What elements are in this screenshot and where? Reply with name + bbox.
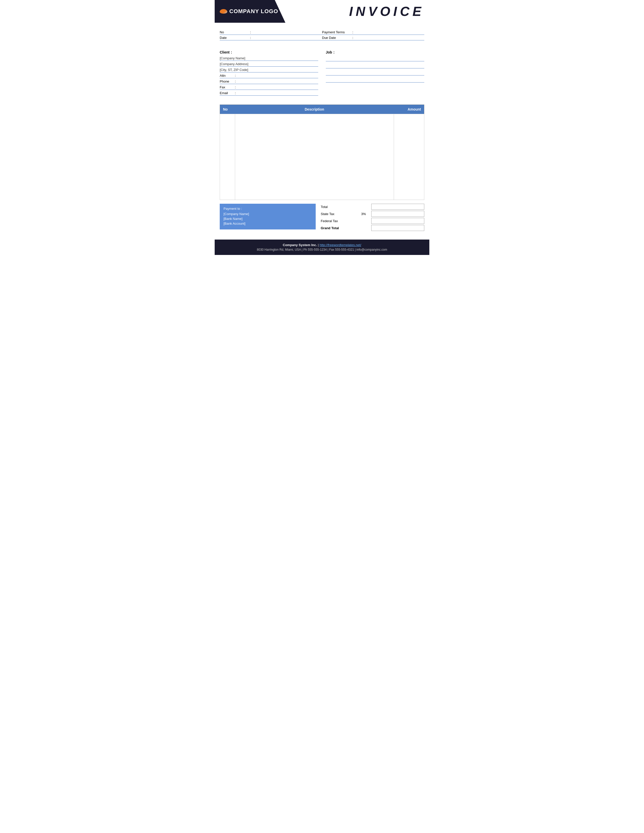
logo-icon [220, 9, 227, 14]
client-block: Client : [Company Name] [Company Address… [220, 50, 318, 97]
email-colon: : [235, 91, 236, 95]
client-label: Client : [220, 50, 318, 54]
table-cell-no[interactable] [220, 114, 235, 200]
city-state-zip-value[interactable]: [City, ST, ZIP Code] [220, 68, 318, 72]
federal-tax-row: Federal Tax [321, 218, 424, 224]
col-header-amount: Amount [394, 105, 424, 114]
federal-tax-label: Federal Tax [321, 219, 361, 223]
bottom-section: Payment to : [Company Name] [Bank Name] … [215, 204, 429, 232]
logo-block: COMPANY LOGO [215, 0, 285, 23]
invoice-title-block: INVOICE [285, 0, 429, 23]
logo-text: COMPANY LOGO [220, 8, 278, 14]
company-address-field: [Company Address] [220, 62, 318, 67]
grand-total-value-box[interactable] [371, 225, 424, 231]
payment-title: Payment to : [224, 207, 312, 211]
state-tax-pct: 3% [361, 212, 371, 216]
state-tax-row: State Tax 3% [321, 211, 424, 217]
footer-company: Company System Inc. [283, 243, 317, 247]
due-date-row: Due Date : [322, 36, 424, 40]
footer: Company System Inc. | http://freewordtem… [215, 240, 429, 255]
footer-address: 8030 Harrington Rd, Miami, USA | Ph 555-… [220, 248, 424, 251]
company-name-field: [Company Name] [220, 56, 318, 61]
footer-main: Company System Inc. | http://freewordtem… [220, 243, 424, 247]
col-header-description: Description [235, 105, 394, 114]
job-line-1[interactable] [326, 56, 424, 61]
no-row: No : [220, 30, 322, 35]
invoice-table: No Description Amount [220, 105, 424, 200]
attn-field: Attn : [220, 74, 318, 78]
table-row[interactable] [220, 114, 424, 200]
client-job-section: Client : [Company Name] [Company Address… [215, 47, 429, 101]
job-line-2[interactable] [326, 63, 424, 68]
header: COMPANY LOGO INVOICE [215, 0, 429, 23]
info-grid: No : Payment Terms : Date : Due Date : [220, 30, 424, 42]
due-date-colon: : [352, 36, 353, 40]
payment-company-name[interactable]: [Company Name] [224, 212, 312, 216]
payment-terms-colon: : [352, 30, 353, 34]
email-field: Email : [220, 91, 318, 96]
invoice-title: INVOICE [349, 4, 424, 19]
job-block: Job : [326, 50, 424, 97]
payment-terms-row: Payment Terms : [322, 30, 424, 35]
client-label-text: Client [220, 50, 230, 54]
fax-field: Fax : [220, 85, 318, 90]
state-tax-label: State Tax [321, 212, 361, 216]
federal-tax-value-box[interactable] [371, 218, 424, 224]
footer-link[interactable]: http://freewordtemplates.net/ [319, 243, 361, 247]
grand-total-label: Grand Total [321, 226, 361, 230]
date-label: Date [220, 36, 250, 40]
total-value-box[interactable] [371, 204, 424, 210]
totals-block: Total State Tax 3% Federal Tax Grand Tot… [321, 204, 424, 232]
col-header-no: No [220, 105, 235, 114]
table-cell-description[interactable] [235, 114, 394, 200]
phone-label: Phone [220, 79, 235, 83]
phone-colon: : [235, 79, 236, 83]
no-label: No [220, 30, 250, 34]
date-colon: : [250, 36, 251, 40]
table-cell-amount[interactable] [394, 114, 424, 200]
job-colon: : [333, 50, 335, 54]
email-label: Email [220, 91, 235, 95]
state-tax-value-box[interactable] [371, 211, 424, 217]
city-state-zip-field: [City, ST, ZIP Code] [220, 68, 318, 72]
job-line-3[interactable] [326, 71, 424, 76]
logo-label: COMPANY LOGO [229, 8, 278, 14]
table-header-row: No Description Amount [220, 105, 424, 114]
payment-block: Payment to : [Company Name] [Bank Name] … [220, 204, 316, 230]
date-row: Date : [220, 36, 322, 40]
company-name-value[interactable]: [Company Name] [220, 56, 318, 60]
grand-total-row: Grand Total [321, 225, 424, 231]
company-address-value[interactable]: [Company Address] [220, 62, 318, 66]
payment-bank-name[interactable]: [Bank Name] [224, 217, 312, 220]
attn-colon: : [235, 74, 236, 77]
payment-terms-label: Payment Terms [322, 30, 352, 34]
total-row: Total [321, 204, 424, 210]
job-line-4[interactable] [326, 77, 424, 82]
total-label: Total [321, 205, 361, 209]
job-label: Job : [326, 50, 424, 54]
no-colon: : [250, 30, 251, 34]
fax-colon: : [235, 85, 236, 89]
info-section: No : Payment Terms : Date : Due Date : [215, 28, 429, 44]
job-label-text: Job [326, 50, 332, 54]
phone-field: Phone : [220, 79, 318, 84]
client-colon: : [231, 50, 232, 54]
fax-label: Fax [220, 85, 235, 89]
due-date-label: Due Date [322, 36, 352, 40]
payment-bank-account[interactable]: [Bank Account] [224, 222, 312, 225]
attn-label: Attn [220, 74, 235, 77]
